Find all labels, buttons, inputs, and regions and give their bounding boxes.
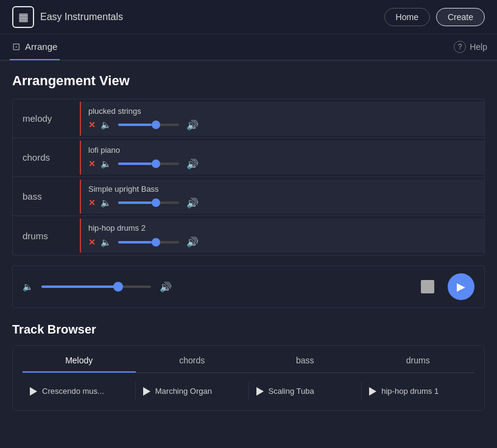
remove-bass-button[interactable]: ✕ [88, 198, 96, 208]
transport-vol-low-icon: 🔈 [23, 282, 33, 292]
main-content: Arrangement View melody plucked strings … [0, 61, 497, 423]
browser-tab-chords[interactable]: chords [136, 355, 249, 373]
arrangement-title: Arrangement View [12, 73, 485, 89]
play-triangle-1 [143, 387, 150, 396]
app-header: ▦ Easy Instrumentals Home Create [0, 0, 497, 34]
remove-melody-button[interactable]: ✕ [88, 120, 96, 130]
transport-vol-high-icon: 🔊 [160, 281, 172, 293]
help-circle-icon: ? [454, 41, 466, 53]
play-triangle-2 [256, 387, 264, 396]
track-row-chords: chords lofi piano ✕ 🔈 🔊 [13, 138, 484, 177]
transport-bar: 🔈 🔊 ▶ [12, 265, 485, 308]
mixer-drums: ✕ 🔈 🔊 [88, 236, 477, 248]
instrument-melody: plucked strings [88, 107, 477, 116]
track-controls-chords: lofi piano ✕ 🔈 🔊 [80, 141, 484, 175]
play-triangle-0 [30, 387, 37, 396]
create-button[interactable]: Create [436, 8, 485, 26]
help-label: Help [470, 42, 487, 52]
volume-slider-chords[interactable] [118, 163, 179, 165]
browser-tabs: Melody chords bass drums [23, 355, 474, 373]
vol-high-drums-icon: 🔊 [186, 236, 199, 248]
remove-drums-button[interactable]: ✕ [88, 237, 96, 247]
track-controls-bass: Simple upright Bass ✕ 🔈 🔊 [80, 180, 484, 214]
play-triangle-3 [369, 387, 376, 396]
browser-tab-bass[interactable]: bass [248, 355, 362, 373]
vol-low-bass-icon: 🔈 [100, 198, 111, 208]
arrange-icon: ⊡ [12, 41, 20, 52]
vol-high-chords-icon: 🔊 [186, 158, 199, 170]
browser-track-name-1: Marching Organ [155, 387, 212, 396]
subnav: ⊡ Arrange ? Help [0, 34, 497, 61]
arrange-label: Arrange [25, 41, 57, 52]
volume-slider-bass[interactable] [118, 201, 179, 204]
browser-tab-melody[interactable]: Melody [23, 355, 136, 373]
instrument-drums: hip-hop drums 2 [88, 223, 477, 233]
home-button[interactable]: Home [384, 8, 430, 26]
track-label-chords: chords [13, 152, 80, 163]
track-controls-melody: plucked strings ✕ 🔈 🔊 [80, 102, 484, 136]
vol-high-melody-icon: 🔊 [186, 119, 199, 131]
volume-slider-melody[interactable] [118, 124, 179, 126]
header-left: ▦ Easy Instrumentals [12, 6, 123, 28]
vol-low-chords-icon: 🔈 [100, 159, 111, 169]
remove-chords-button[interactable]: ✕ [88, 159, 96, 169]
mixer-melody: ✕ 🔈 🔊 [88, 119, 477, 131]
mixer-bass: ✕ 🔈 🔊 [88, 197, 477, 209]
track-label-melody: melody [13, 113, 80, 124]
track-controls-drums: hip-hop drums 2 ✕ 🔈 🔊 [80, 219, 484, 253]
play-button[interactable]: ▶ [448, 273, 474, 300]
browser-track-item-2[interactable]: Scaling Tuba [249, 382, 362, 401]
mixer-chords: ✕ 🔈 🔊 [88, 158, 477, 170]
vol-high-bass-icon: 🔊 [186, 197, 199, 209]
track-label-bass: bass [13, 191, 80, 201]
browser-track-name-2: Scaling Tuba [269, 387, 314, 396]
browser-track-item-1[interactable]: Marching Organ [136, 382, 249, 401]
volume-slider-drums[interactable] [118, 241, 179, 243]
browser-track-name-0: Crescendo mus... [42, 387, 104, 396]
browser-tracks: Crescendo mus... Marching Organ Scaling … [23, 382, 474, 401]
track-browser-title: Track Browser [12, 323, 485, 337]
app-title: Easy Instrumentals [40, 12, 123, 23]
instrument-bass: Simple upright Bass [88, 184, 477, 194]
arrangement-table: melody plucked strings ✕ 🔈 🔊 chords [12, 99, 485, 256]
browser-tab-drums[interactable]: drums [362, 355, 475, 373]
track-row-bass: bass Simple upright Bass ✕ 🔈 🔊 [13, 177, 484, 216]
browser-track-item-3[interactable]: hip-hop drums 1 [362, 382, 474, 401]
vol-low-drums-icon: 🔈 [100, 237, 111, 247]
arrange-tab[interactable]: ⊡ Arrange [10, 33, 60, 60]
vol-low-melody-icon: 🔈 [100, 120, 111, 130]
browser-track-item-0[interactable]: Crescendo mus... [23, 382, 136, 401]
transport-volume-slider[interactable] [41, 285, 151, 288]
stop-button[interactable] [421, 280, 434, 293]
app-logo: ▦ [12, 6, 34, 28]
track-label-drums: drums [13, 231, 80, 241]
instrument-chords: lofi piano [88, 145, 477, 155]
track-browser-box: Melody chords bass drums Crescendo mus..… [12, 345, 485, 411]
track-row-melody: melody plucked strings ✕ 🔈 🔊 [13, 99, 484, 138]
track-row-drums: drums hip-hop drums 2 ✕ 🔈 🔊 [13, 216, 484, 255]
header-nav: Home Create [384, 8, 485, 26]
browser-track-name-3: hip-hop drums 1 [381, 387, 439, 396]
help-button[interactable]: ? Help [454, 41, 487, 53]
